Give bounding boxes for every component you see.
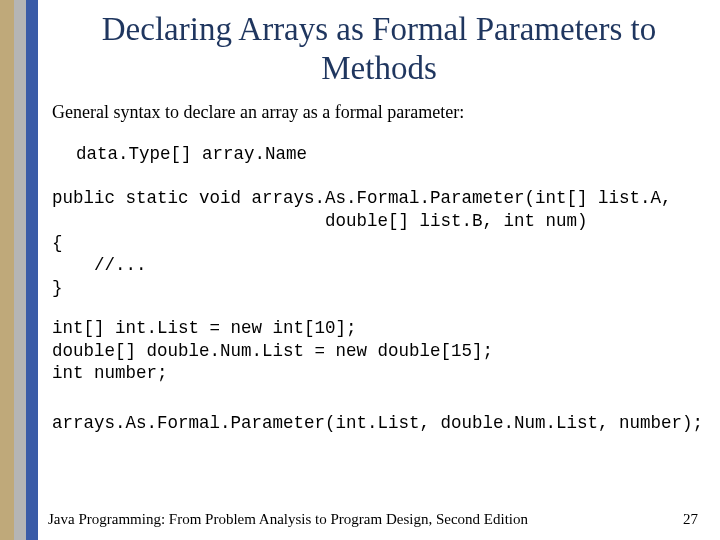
slide-title: Declaring Arrays as Formal Parameters to… <box>48 0 710 102</box>
slide-body: General syntax to declare an array as a … <box>48 102 710 435</box>
footer-page-number: 27 <box>683 511 698 528</box>
stripe-blue <box>26 0 38 540</box>
call-code: arrays.As.Formal.Parameter(int.List, dou… <box>52 412 706 434</box>
slide-content: Declaring Arrays as Formal Parameters to… <box>48 0 710 540</box>
sidebar-stripes <box>0 0 38 540</box>
footer-book-title: Java Programming: From Problem Analysis … <box>48 511 528 528</box>
method-code: public static void arrays.As.Formal.Para… <box>52 187 706 299</box>
slide-footer: Java Programming: From Problem Analysis … <box>48 511 710 528</box>
intro-text: General syntax to declare an array as a … <box>52 102 706 123</box>
syntax-code: data.Type[] array.Name <box>76 143 706 165</box>
declaration-code: int[] int.List = new int[10]; double[] d… <box>52 317 706 384</box>
stripe-gray <box>14 0 26 540</box>
stripe-tan <box>0 0 14 540</box>
